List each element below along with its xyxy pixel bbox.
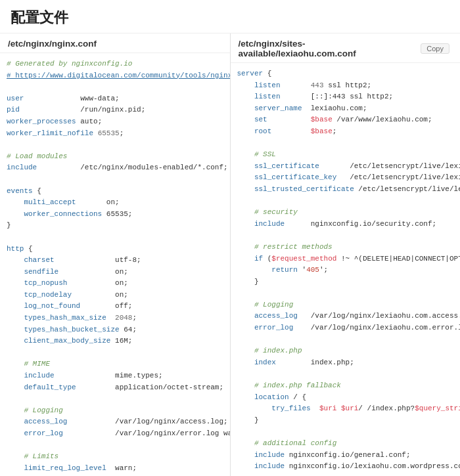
left-col-code: # Generated by nginxconfig.io # https://… bbox=[0, 53, 230, 476]
right-col-header: /etc/nginx/sites-available/lexiaohu.com.… bbox=[231, 33, 461, 63]
copy-button[interactable]: Copy bbox=[421, 43, 449, 54]
left-col-header: /etc/nginx/nginx.conf bbox=[0, 33, 230, 53]
right-column: /etc/nginx/sites-available/lexiaohu.com.… bbox=[231, 33, 461, 476]
right-col-code: server { listen 443 ssl http2; listen [:… bbox=[231, 63, 461, 476]
page-title: 配置文件 bbox=[0, 0, 460, 33]
right-col-header-text: /etc/nginx/sites-available/lexiaohu.com.… bbox=[239, 39, 421, 58]
left-column: /etc/nginx/nginx.conf # Generated by ngi… bbox=[0, 33, 231, 476]
